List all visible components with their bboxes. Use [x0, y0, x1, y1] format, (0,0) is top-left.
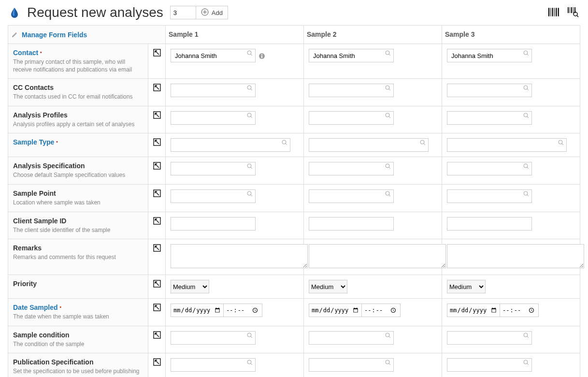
analysis_profiles-input[interactable]	[171, 111, 256, 125]
search-icon[interactable]	[247, 360, 253, 367]
sample_type-input[interactable]	[309, 138, 429, 152]
search-icon[interactable]	[282, 140, 287, 147]
copy-across-icon[interactable]	[153, 138, 161, 146]
search-icon[interactable]	[385, 360, 391, 367]
priority-input[interactable]: LowMediumHigh	[447, 280, 486, 293]
app-logo-icon	[9, 7, 20, 18]
sample-count-input[interactable]	[170, 6, 196, 19]
field-row-client_sample_id: Client Sample IDThe client side identifi…	[8, 212, 580, 239]
search-icon[interactable]	[523, 113, 529, 120]
search-icon[interactable]	[420, 140, 426, 147]
sample_condition-input[interactable]	[309, 331, 394, 345]
contact-input[interactable]	[309, 49, 394, 62]
search-icon[interactable]	[523, 163, 529, 171]
manage-form-fields-link[interactable]: Manage Form Fields	[11, 30, 87, 39]
date_sampled-time-input[interactable]	[224, 304, 262, 317]
search-icon[interactable]	[385, 85, 391, 92]
priority-input[interactable]: LowMediumHigh	[309, 280, 347, 293]
search-icon[interactable]	[523, 333, 529, 340]
field-label: Priority	[13, 280, 143, 288]
copy-across-icon[interactable]	[153, 84, 161, 91]
copy-across-icon[interactable]	[153, 331, 161, 339]
search-icon[interactable]	[523, 85, 529, 92]
sample_condition-input[interactable]	[447, 331, 532, 345]
sample_point-input[interactable]	[447, 189, 532, 203]
cc_contacts-input[interactable]	[447, 84, 532, 97]
copy-across-icon[interactable]	[153, 244, 161, 252]
search-icon[interactable]	[385, 113, 391, 120]
search-icon[interactable]	[523, 191, 529, 198]
search-icon[interactable]	[247, 85, 253, 92]
client_sample_id-input[interactable]	[171, 217, 256, 231]
sample_type-input[interactable]	[447, 138, 567, 152]
search-icon[interactable]	[385, 163, 391, 171]
search-icon[interactable]	[247, 163, 253, 171]
field-label: Sample condition	[13, 331, 143, 339]
column-header: Sample 1	[166, 26, 304, 44]
barcode-search-icon[interactable]	[568, 6, 579, 19]
field-description: Remarks and comments for this request	[13, 254, 143, 261]
field-row-analysis_specification: Analysis SpecificationChoose default Sam…	[8, 157, 580, 185]
analysis_specification-input[interactable]	[447, 162, 532, 175]
search-icon[interactable]	[247, 113, 253, 120]
field-label: Client Sample ID	[13, 217, 143, 225]
date_sampled-date-input[interactable]	[447, 304, 500, 317]
field-description: The primary contact of this sample, who …	[13, 58, 143, 73]
field-description: Set the specification to be used before …	[13, 368, 143, 377]
required-indicator: •	[59, 304, 61, 310]
sample_point-input[interactable]	[309, 189, 394, 203]
field-label: Analysis Specification	[13, 162, 143, 170]
priority-input[interactable]: LowMediumHigh	[171, 280, 209, 293]
cc_contacts-input[interactable]	[309, 84, 394, 97]
field-label: Contact •	[13, 49, 143, 57]
sample_point-input[interactable]	[171, 189, 256, 203]
copy-across-icon[interactable]	[153, 49, 161, 57]
publication_specification-input[interactable]	[171, 358, 256, 372]
sample_type-input[interactable]	[171, 138, 290, 152]
field-row-contact: Contact •The primary contact of this sam…	[8, 44, 580, 79]
cc_contacts-input[interactable]	[171, 84, 256, 97]
client_sample_id-input[interactable]	[309, 217, 394, 231]
field-row-sample_condition: Sample conditionThe condition of the sam…	[8, 326, 580, 353]
search-icon[interactable]	[523, 360, 529, 367]
remarks-input[interactable]	[171, 244, 308, 268]
contact-input[interactable]	[171, 49, 256, 62]
add-button-label: Add	[212, 9, 223, 16]
date_sampled-date-input[interactable]	[309, 304, 362, 317]
field-label: Sample Point	[13, 189, 143, 197]
copy-across-icon[interactable]	[153, 189, 161, 197]
date_sampled-date-input[interactable]	[171, 304, 224, 317]
copy-across-icon[interactable]	[153, 217, 161, 225]
field-description: Analysis profiles apply a certain set of…	[13, 121, 143, 129]
date_sampled-time-input[interactable]	[362, 304, 401, 317]
copy-across-icon[interactable]	[153, 111, 161, 119]
sample_condition-input[interactable]	[171, 331, 256, 345]
analysis_specification-input[interactable]	[171, 162, 256, 175]
publication_specification-input[interactable]	[309, 358, 394, 372]
copy-across-icon[interactable]	[153, 358, 161, 366]
search-icon[interactable]	[385, 50, 391, 58]
info-icon[interactable]	[258, 53, 265, 59]
publication_specification-input[interactable]	[447, 358, 532, 372]
field-label: CC Contacts	[13, 84, 143, 91]
search-icon[interactable]	[247, 191, 253, 198]
copy-across-icon[interactable]	[153, 304, 161, 311]
date_sampled-time-input[interactable]	[500, 304, 539, 317]
search-icon[interactable]	[558, 140, 564, 147]
client_sample_id-input[interactable]	[447, 217, 532, 231]
analysis_profiles-input[interactable]	[447, 111, 532, 125]
copy-across-icon[interactable]	[153, 280, 161, 288]
analysis_profiles-input[interactable]	[309, 111, 394, 125]
search-icon[interactable]	[247, 50, 253, 58]
search-icon[interactable]	[247, 333, 253, 340]
barcode-icon[interactable]	[548, 7, 560, 19]
search-icon[interactable]	[385, 333, 391, 340]
search-icon[interactable]	[385, 191, 391, 198]
remarks-input[interactable]	[309, 244, 446, 268]
analysis_specification-input[interactable]	[309, 162, 394, 175]
copy-across-icon[interactable]	[153, 162, 161, 170]
remarks-input[interactable]	[447, 244, 584, 268]
contact-input[interactable]	[447, 49, 532, 62]
search-icon[interactable]	[523, 50, 529, 58]
add-button[interactable]: Add	[196, 6, 228, 19]
